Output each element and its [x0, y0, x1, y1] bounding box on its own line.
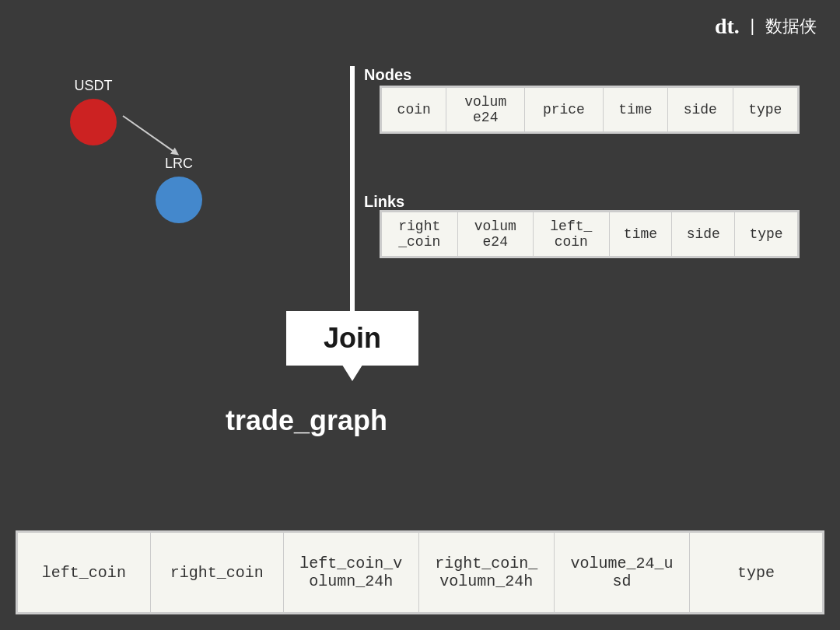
nodes-col-type: type	[733, 88, 797, 132]
trade-graph-label: trade_graph	[226, 404, 387, 437]
nodes-col-coin: coin	[382, 88, 446, 132]
lrc-label: LRC	[165, 156, 193, 172]
links-col-right-coin: right_coin	[382, 212, 458, 257]
links-col-type: type	[735, 212, 798, 257]
result-table: left_coin right_coin left_coin_volumn_24…	[16, 530, 824, 614]
links-table: right_coin volume24 left_coin time side …	[380, 210, 800, 258]
links-table-header-row: right_coin volume24 left_coin time side …	[382, 212, 798, 257]
node-lrc: LRC	[156, 156, 202, 223]
links-col-side: side	[672, 212, 735, 257]
nodes-table: coin volume24 price time side type	[380, 86, 800, 134]
links-col-time: time	[609, 212, 672, 257]
usdt-circle	[70, 99, 117, 145]
result-col-left-coin: left_coin	[18, 533, 151, 613]
links-section-label: Links	[364, 193, 404, 211]
links-col-left-coin: left_coin	[534, 212, 610, 257]
nodes-col-price: price	[525, 88, 604, 132]
result-col-left-coin-volume: left_coin_volumn_24h	[283, 533, 418, 613]
join-box: Join	[286, 311, 418, 366]
result-col-right-coin: right_coin	[150, 533, 283, 613]
result-table-header-row: left_coin right_coin left_coin_volumn_24…	[18, 533, 823, 613]
node-usdt: USDT	[70, 78, 117, 145]
join-label: Join	[324, 322, 381, 355]
result-col-right-coin-volume: right_coin_volumn_24h	[418, 533, 554, 613]
logo-icon: dt.	[715, 14, 740, 39]
nodes-col-time: time	[603, 88, 667, 132]
links-col-volume24: volume24	[457, 212, 534, 257]
nodes-col-side: side	[668, 88, 733, 132]
nodes-table-header-row: coin volume24 price time side type	[382, 88, 798, 132]
result-col-volume-usd: volume_24_usd	[554, 533, 689, 613]
lrc-circle	[156, 177, 202, 223]
result-col-type: type	[690, 533, 823, 613]
logo-divider: |	[747, 17, 758, 37]
usdt-label: USDT	[75, 78, 113, 94]
logo-text: 数据侠	[765, 15, 817, 38]
logo-area: dt. | 数据侠	[715, 14, 817, 39]
usdt-lrc-arrow	[122, 115, 174, 152]
nodes-col-volume24: volume24	[446, 88, 525, 132]
nodes-section-label: Nodes	[364, 66, 411, 84]
